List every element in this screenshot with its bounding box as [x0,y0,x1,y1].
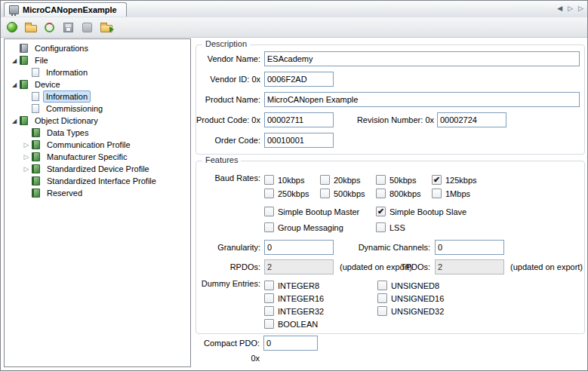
tree-item-label: Reserved [44,187,85,199]
checkbox-label: INTEGER16 [278,294,324,303]
tree-item-label: Configurations [32,42,91,54]
vendor-id-label: Vendor ID: 0x [196,72,260,87]
tree-item-data-types[interactable]: Data Types [5,127,190,139]
product-code-input[interactable] [264,112,334,127]
checkbox-label: UNSIGNED8 [391,281,439,290]
product-name-input[interactable] [264,92,580,107]
expander-icon[interactable]: ◢ [9,118,20,124]
book-icon [32,164,40,173]
scroll-left-icon[interactable]: ◀ [557,5,562,13]
checkbox-label: 500kbps [334,189,365,198]
export-button[interactable] [97,19,115,35]
checkbox-1mbps[interactable]: 1Mbps [432,188,488,199]
tree-item-configurations[interactable]: Configurations [5,42,190,54]
tree-item-manufacturer-specific[interactable]: ▷Manufacturer Specific [5,151,190,163]
refresh-icon [45,23,54,32]
checkbox-unsigned8[interactable]: UNSIGNED8 [377,280,444,291]
tree-item-standardized-interface-profile[interactable]: Standardized Interface Profile [5,175,190,187]
tab-strip: MicroCANopenExample ◀▷▷ [1,1,587,18]
checkbox-250kbps[interactable]: 250kbps [264,188,320,199]
unchecked-checkbox-icon [377,306,387,316]
product-name-label: Product Name: [196,92,260,107]
open-button[interactable] [22,19,39,35]
dummy-entries-label: Dummy Entries: [196,278,260,290]
scroll-right-icon[interactable]: ▷ [568,5,573,13]
checkbox-label: 250kbps [278,189,309,198]
dynamic-channels-input[interactable] [435,240,504,255]
expander-icon[interactable]: ▷ [21,141,32,149]
scroll-right-icon[interactable]: ▷ [578,5,583,13]
page-icon [32,68,39,77]
book-icon [32,189,40,198]
unchecked-checkbox-icon [377,281,387,290]
checkbox-label: LSS [389,223,405,232]
checkbox-50kbps[interactable]: 50kbps [376,174,432,186]
save-button[interactable] [60,19,77,35]
tree-item-file[interactable]: ◢File [5,54,190,66]
vendor-name-input[interactable] [264,51,580,66]
tree-item-commissioning[interactable]: Commissioning [5,103,190,115]
checkbox-125kbps[interactable]: ✔125kbps [432,174,488,186]
features-group: Features Baud Rates: 10kbps20kbps50kbps✔… [195,161,585,334]
tree-item-object-dictionary[interactable]: ◢Object Dictionary [5,115,190,127]
checkbox-integer32[interactable]: INTEGER32 [264,305,324,317]
tab-title: MicroCANopenExample [23,5,117,14]
tree-item-information[interactable]: Information [5,90,190,103]
tree-item-label: Communication Profile [44,139,134,151]
checkbox-label: UNSIGNED32 [391,307,444,316]
vendor-id-input[interactable] [264,72,334,87]
expander-icon[interactable]: ◢ [9,81,20,88]
refresh-button[interactable] [41,19,58,35]
compact-pdo-input[interactable] [263,336,318,351]
tree-item-communication-profile[interactable]: ▷Communication Profile [5,139,190,151]
tree-item-device[interactable]: ◢Device [5,78,190,90]
checkbox-simple-bootup-slave[interactable]: ✔Simple Bootup Slave [376,206,488,217]
checkbox-lss[interactable]: LSS [376,222,488,233]
tpdos-input [435,259,504,274]
tab-microcanopenexample[interactable]: MicroCANopenExample [4,2,127,17]
checkbox-800kbps[interactable]: 800kbps [376,188,432,199]
checkbox-boolean[interactable]: BOOLEAN [264,318,324,330]
checkbox-10kbps[interactable]: 10kbps [264,174,320,186]
checkbox-integer16[interactable]: INTEGER16 [264,293,324,304]
checkbox-unsigned16[interactable]: UNSIGNED16 [377,293,444,304]
tree-item-label: Device [32,78,63,90]
checkbox-integer8[interactable]: INTEGER8 [264,280,324,291]
unchecked-checkbox-icon [264,175,274,185]
checkbox-500kbps[interactable]: 500kbps [320,188,376,199]
tpdos-note: (updated on export) [510,259,583,274]
settings-button[interactable] [79,19,96,35]
book-icon [20,56,28,65]
new-icon [7,22,17,32]
book-icon [32,128,40,137]
unchecked-checkbox-icon [264,319,274,329]
book-icon [20,116,28,125]
page-icon [32,92,39,101]
unchecked-checkbox-icon [264,293,274,303]
tree-item-reserved[interactable]: Reserved [5,187,190,199]
tree-item-standardized-device-profile[interactable]: ▷Standardized Device Profile [5,163,190,175]
checkbox-label: Simple Bootup Master [278,207,359,216]
description-group: Description Vendor Name: Vendor ID: 0x P… [195,44,585,155]
checkbox-group-messaging[interactable]: Group Messaging [264,222,376,233]
order-code-input[interactable] [264,133,334,148]
checkbox-simple-bootup-master[interactable]: Simple Bootup Master [264,206,376,217]
expander-icon[interactable]: ▷ [21,165,32,173]
checkbox-label: 10kbps [278,176,304,185]
new-button[interactable] [3,19,20,35]
order-code-label: Order Code: [196,133,260,148]
unchecked-checkbox-icon [376,175,386,185]
revision-number-input[interactable] [437,112,506,127]
expander-icon[interactable]: ◢ [9,57,20,64]
book-icon [32,140,40,149]
revision-number-label: Revision Number: 0x [332,112,434,127]
unchecked-checkbox-icon [376,222,386,232]
checkbox-20kbps[interactable]: 20kbps [320,174,376,186]
checkbox-unsigned32[interactable]: UNSIGNED32 [377,305,444,317]
tree-item-label: Object Dictionary [32,115,101,127]
tree-item-information[interactable]: Information [5,66,190,78]
expander-icon[interactable]: ▷ [21,153,32,161]
tpdos-label: TPDOs: [317,259,430,274]
config-icon [20,44,28,53]
dummy-entries-column-1: INTEGER8INTEGER16INTEGER32BOOLEAN [264,280,324,330]
